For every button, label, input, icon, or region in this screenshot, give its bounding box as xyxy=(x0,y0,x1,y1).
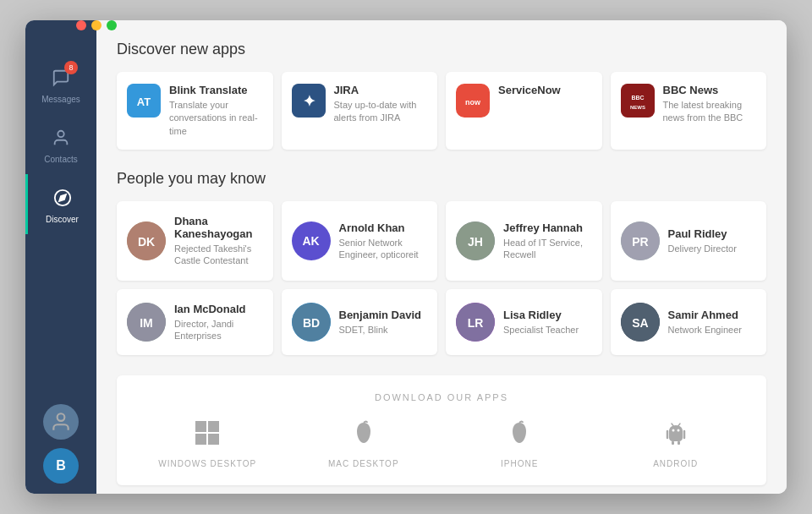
samir-info: Samir Ahmed Network Engineer xyxy=(668,309,757,336)
contacts-label: Contacts xyxy=(44,155,77,164)
blink-translate-name: Blink Translate xyxy=(169,84,263,96)
jeffrey-name: Jeffrey Hannah xyxy=(503,221,592,234)
bbc-name: BBC News xyxy=(663,84,757,96)
sidebar-bottom: B xyxy=(43,404,79,494)
samir-avatar: SA xyxy=(621,303,660,342)
svg-text:BBC: BBC xyxy=(631,95,644,101)
svg-text:DK: DK xyxy=(138,235,155,249)
person-card-lisa[interactable]: LR Lisa Ridley Specialist Teacher xyxy=(446,289,602,356)
svg-point-3 xyxy=(58,413,65,421)
person-card-jeffrey[interactable]: JH Jeffrey Hannah Head of IT Service, Re… xyxy=(446,201,602,281)
svg-rect-10 xyxy=(621,84,655,118)
mac-label: MAC DESKTOP xyxy=(328,459,399,468)
iphone-icon xyxy=(506,419,533,452)
download-mac[interactable]: MAC DESKTOP xyxy=(290,419,438,468)
person-card-samir[interactable]: SA Samir Ahmed Network Engineer xyxy=(611,289,767,356)
person-card-paul[interactable]: PR Paul Ridley Delivery Director xyxy=(611,201,767,281)
app-card-servicenow[interactable]: now ServiceNow xyxy=(446,72,602,150)
app-card-blink-translate[interactable]: AT Blink Translate Translate your conver… xyxy=(117,72,273,150)
android-icon xyxy=(662,419,689,452)
main-content: Discover new apps AT Blink Translate Tra… xyxy=(96,20,787,494)
arnold-info: Arnold Khan Senior Network Engineer, opt… xyxy=(339,221,428,261)
user-initials-avatar[interactable]: B xyxy=(43,448,79,484)
svg-rect-29 xyxy=(195,434,206,445)
windows-icon xyxy=(194,419,221,452)
dhana-name: Dhana Kaneshayogan xyxy=(174,215,263,240)
svg-text:SA: SA xyxy=(632,316,648,330)
windows-label: WINDOWS DESKTOP xyxy=(158,459,256,468)
benjamin-role: SDET, Blink xyxy=(339,324,428,336)
svg-marker-2 xyxy=(59,194,66,201)
svg-rect-27 xyxy=(195,421,206,432)
svg-rect-31 xyxy=(672,441,674,445)
ian-avatar: IM xyxy=(127,303,166,342)
ian-role: Director, Jandi Enterprises xyxy=(174,318,263,342)
apps-grid: AT Blink Translate Translate your conver… xyxy=(117,72,766,150)
svg-text:PR: PR xyxy=(632,235,648,249)
sidebar-item-contacts[interactable]: Contacts xyxy=(25,114,96,174)
svg-rect-30 xyxy=(208,434,219,445)
servicenow-info: ServiceNow xyxy=(498,84,592,99)
jira-info: JIRA Stay up-to-date with alerts from JI… xyxy=(334,84,428,125)
lisa-name: Lisa Ridley xyxy=(503,309,592,321)
dhana-role: Rejected Takeshi's Castle Contestant xyxy=(174,243,263,267)
download-title: DOWNLOAD OUR APPS xyxy=(134,392,749,402)
svg-rect-28 xyxy=(208,421,219,432)
jeffrey-avatar: JH xyxy=(456,221,495,260)
svg-text:AT: AT xyxy=(137,96,151,108)
lisa-info: Lisa Ridley Specialist Teacher xyxy=(503,309,592,336)
paul-name: Paul Ridley xyxy=(668,227,757,240)
close-dot[interactable] xyxy=(76,20,86,30)
arnold-name: Arnold Khan xyxy=(339,221,428,234)
person-card-arnold[interactable]: AK Arnold Khan Senior Network Engineer, … xyxy=(282,201,438,281)
arnold-role: Senior Network Engineer, opticoreit xyxy=(339,237,428,261)
blink-translate-info: Blink Translate Translate your conversat… xyxy=(169,84,263,138)
svg-text:✦: ✦ xyxy=(302,93,315,110)
svg-text:BD: BD xyxy=(302,316,319,330)
arnold-avatar: AK xyxy=(292,221,331,260)
benjamin-avatar: BD xyxy=(292,303,331,342)
jira-name: JIRA xyxy=(334,84,428,96)
sidebar-item-messages[interactable]: 8 Messages xyxy=(25,54,96,114)
app-card-jira[interactable]: ✦ JIRA Stay up-to-date with alerts from … xyxy=(282,72,438,150)
ian-info: Ian McDonald Director, Jandi Enterprises xyxy=(174,303,263,342)
user-profile-avatar[interactable] xyxy=(43,404,79,440)
benjamin-name: Benjamin David xyxy=(339,309,428,321)
svg-point-36 xyxy=(677,429,679,432)
svg-point-35 xyxy=(672,429,674,432)
download-android[interactable]: ANDROID xyxy=(602,419,750,468)
dhana-avatar: DK xyxy=(127,221,166,260)
discover-icon-wrap xyxy=(49,184,76,211)
mac-icon xyxy=(350,419,377,452)
svg-text:LR: LR xyxy=(468,316,484,330)
paul-avatar: PR xyxy=(621,221,660,260)
app-window: 8 Messages Contacts Discover xyxy=(25,20,787,494)
person-card-ian[interactable]: IM Ian McDonald Director, Jandi Enterpri… xyxy=(117,289,273,356)
svg-text:JH: JH xyxy=(468,235,483,249)
app-card-bbc-news[interactable]: BBC NEWS BBC News The latest breaking ne… xyxy=(611,72,767,150)
arnold-initials: AK xyxy=(302,234,319,248)
minimize-dot[interactable] xyxy=(91,20,102,30)
sidebar: 8 Messages Contacts Discover xyxy=(25,20,96,494)
lisa-avatar: LR xyxy=(456,303,495,342)
lisa-role: Specialist Teacher xyxy=(503,324,592,336)
download-windows[interactable]: WINDOWS DESKTOP xyxy=(134,419,282,468)
sidebar-item-discover[interactable]: Discover xyxy=(25,174,96,234)
jira-icon: ✦ xyxy=(292,84,326,118)
maximize-dot[interactable] xyxy=(107,20,117,30)
samir-name: Samir Ahmed xyxy=(668,309,757,321)
download-iphone[interactable]: IPHONE xyxy=(446,419,594,468)
titlebar xyxy=(76,20,117,30)
benjamin-info: Benjamin David SDET, Blink xyxy=(339,309,428,336)
android-label: ANDROID xyxy=(653,459,698,468)
download-section: DOWNLOAD OUR APPS WINDOWS DESKTOP xyxy=(117,375,766,485)
bbc-info: BBC News The latest breaking news from t… xyxy=(663,84,757,125)
messages-icon-wrap: 8 xyxy=(47,64,74,91)
person-card-dhana[interactable]: DK Dhana Kaneshayogan Rejected Takeshi's… xyxy=(117,201,273,281)
person-card-benjamin[interactable]: BD Benjamin David SDET, Blink xyxy=(282,289,438,356)
jeffrey-info: Jeffrey Hannah Head of IT Service, Recwe… xyxy=(503,221,592,261)
jeffrey-role: Head of IT Service, Recwell xyxy=(503,237,592,261)
discover-label: Discover xyxy=(46,215,79,224)
samir-role: Network Engineer xyxy=(668,324,757,336)
contacts-icon-wrap xyxy=(47,124,74,151)
